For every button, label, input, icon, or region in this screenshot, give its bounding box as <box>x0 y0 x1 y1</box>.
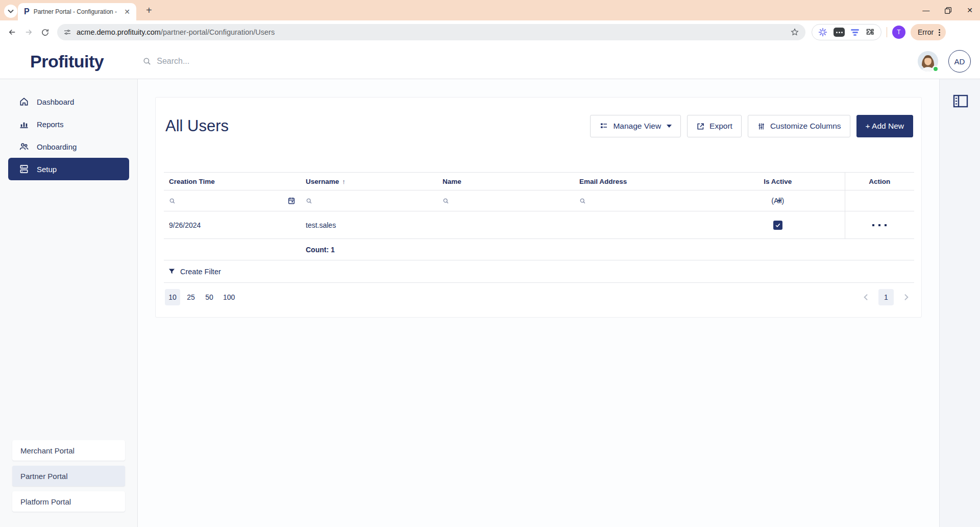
sidebar-item-label: Setup <box>37 165 57 174</box>
search-icon <box>142 57 152 66</box>
column-header-username[interactable]: Username↑ <box>301 173 437 190</box>
spinner-extension-icon[interactable] <box>818 28 827 37</box>
filter-bars-extension-icon[interactable] <box>851 28 859 37</box>
global-search[interactable] <box>142 57 320 66</box>
tab-close-icon[interactable]: ✕ <box>122 7 132 17</box>
manage-view-button[interactable]: Manage View <box>590 115 681 137</box>
reload-button[interactable] <box>37 24 53 40</box>
create-filter-button[interactable]: Create Filter <box>164 268 914 276</box>
filter-username[interactable] <box>301 190 437 211</box>
window-close-button[interactable]: ✕ <box>967 6 973 14</box>
people-icon <box>19 141 29 152</box>
extensions-cluster <box>812 24 881 40</box>
export-icon <box>696 122 705 131</box>
chevron-down-icon <box>667 125 672 128</box>
filter-email[interactable] <box>574 190 711 211</box>
filter-creation-time[interactable] <box>164 190 301 211</box>
setup-icon <box>19 164 29 174</box>
page-size-100[interactable]: 100 <box>220 289 238 305</box>
customize-columns-label: Customize Columns <box>770 122 841 131</box>
account-initials-badge[interactable]: AD <box>948 50 971 73</box>
pagination: 10 25 50 100 1 <box>164 283 914 308</box>
sidebar-item-dashboard[interactable]: Dashboard <box>8 90 129 113</box>
tab-favicon: P <box>24 7 30 16</box>
extensions-puzzle-icon[interactable] <box>865 28 875 37</box>
search-icon <box>579 198 586 204</box>
forward-button[interactable] <box>20 24 37 40</box>
portal-label: Merchant Portal <box>20 446 75 455</box>
filter-is-active-dropdown[interactable]: (All) <box>711 190 845 211</box>
page-title: All Users <box>164 117 229 135</box>
online-status-dot <box>933 66 939 72</box>
row-actions-menu[interactable] <box>845 224 915 226</box>
sidebar-item-onboarding[interactable]: Onboarding <box>8 135 129 158</box>
screen-reader-extension-icon[interactable] <box>834 28 845 37</box>
right-panel-strip <box>939 79 980 527</box>
new-tab-button[interactable]: + <box>146 5 152 15</box>
row-count: Count: 1 <box>301 239 437 260</box>
platform-portal-button[interactable]: Platform Portal <box>12 491 125 512</box>
check-icon <box>775 222 781 228</box>
error-label: Error <box>918 28 934 36</box>
user-avatar[interactable] <box>918 51 938 71</box>
back-button[interactable] <box>4 24 20 40</box>
bookmark-star-icon[interactable] <box>790 28 799 37</box>
sidebar: Dashboard Reports Onboarding Setup Merch… <box>0 79 138 527</box>
chevron-down-icon <box>777 200 782 202</box>
window-restore-button[interactable] <box>945 7 951 14</box>
sidebar-item-setup[interactable]: Setup <box>8 158 129 180</box>
browser-toolbar: acme.demo.profituity.com/partner-portal/… <box>0 20 980 44</box>
reload-icon <box>41 28 50 37</box>
profituity-logo: Profituity <box>30 52 104 71</box>
create-filter-label: Create Filter <box>180 268 221 276</box>
is-active-checkbox[interactable] <box>773 221 782 230</box>
current-page[interactable]: 1 <box>878 289 894 305</box>
portal-label: Partner Portal <box>20 472 68 481</box>
forward-arrow-icon <box>24 28 33 37</box>
page-size-25[interactable]: 25 <box>183 289 199 305</box>
users-table: Creation Time Username↑ Name Email Addre… <box>164 172 913 308</box>
chevron-down-icon <box>8 9 14 13</box>
export-button[interactable]: Export <box>687 115 742 137</box>
window-minimize-button[interactable]: — <box>922 6 929 14</box>
search-input[interactable] <box>157 57 320 66</box>
page-size-10[interactable]: 10 <box>165 289 180 305</box>
add-new-button[interactable]: + Add New <box>856 115 913 137</box>
kebab-menu-icon[interactable] <box>939 28 941 37</box>
cell-creation-time: 9/26/2024 <box>164 211 301 239</box>
partner-portal-button[interactable]: Partner Portal <box>12 466 125 486</box>
sidebar-item-label: Reports <box>37 120 64 129</box>
view-list-icon <box>599 122 608 131</box>
app-header: Profituity AD <box>0 44 980 79</box>
customize-columns-button[interactable]: Customize Columns <box>748 115 850 137</box>
cell-email <box>574 211 711 239</box>
site-info-icon[interactable] <box>63 28 71 36</box>
column-header-is-active[interactable]: Is Active <box>711 173 845 190</box>
calendar-icon[interactable] <box>287 197 296 205</box>
filter-action-empty <box>845 190 914 211</box>
browser-profile-avatar[interactable]: T <box>892 26 905 39</box>
browser-tab[interactable]: P Partner Portal - Configuration - ✕ <box>18 3 136 20</box>
column-header-creation-time[interactable]: Creation Time <box>164 173 301 190</box>
browser-error-menu[interactable]: Error <box>911 24 946 40</box>
column-header-action: Action <box>845 173 914 190</box>
merchant-portal-button[interactable]: Merchant Portal <box>12 440 125 461</box>
page-size-50[interactable]: 50 <box>202 289 217 305</box>
table-row[interactable]: 9/26/2024 test.sales <box>164 211 914 239</box>
export-label: Export <box>709 122 732 131</box>
home-icon <box>19 97 29 107</box>
filter-name[interactable] <box>437 190 574 211</box>
search-icon <box>169 198 176 204</box>
column-header-email[interactable]: Email Address <box>574 173 711 190</box>
url-bar[interactable]: acme.demo.profituity.com/partner-portal/… <box>57 24 805 40</box>
search-icon <box>306 198 312 204</box>
next-page-icon[interactable] <box>901 292 911 302</box>
sidebar-item-reports[interactable]: Reports <box>8 113 129 135</box>
bar-chart-icon <box>19 119 29 129</box>
manage-view-label: Manage View <box>613 122 661 131</box>
previous-page-icon[interactable] <box>861 292 871 302</box>
panel-toggle-icon[interactable] <box>953 94 968 108</box>
column-header-name[interactable]: Name <box>437 173 574 190</box>
tab-search-chevron-button[interactable] <box>4 5 17 18</box>
sidebar-item-label: Dashboard <box>37 98 74 106</box>
